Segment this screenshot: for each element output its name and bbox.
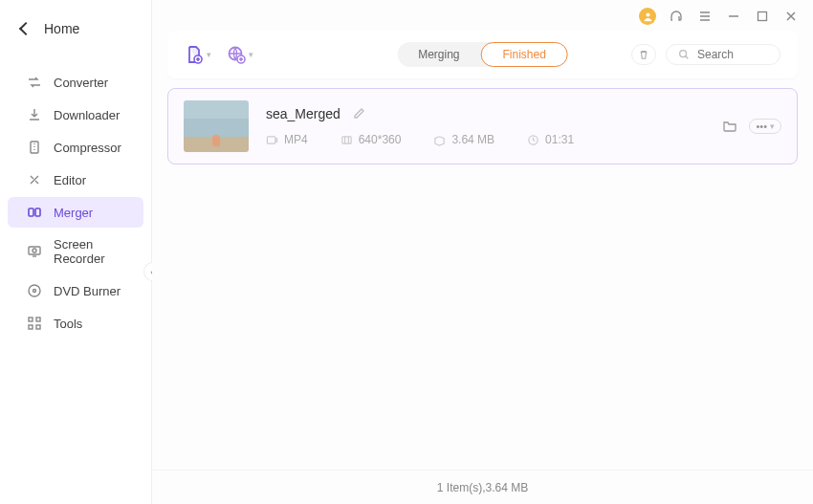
- rename-icon[interactable]: [352, 107, 365, 121]
- menu-icon[interactable]: [696, 8, 714, 25]
- footer-summary: 1 Item(s),3.64 MB: [437, 481, 528, 494]
- tools-icon: [27, 316, 42, 331]
- resolution-icon: [341, 134, 353, 146]
- editor-icon: [27, 172, 42, 187]
- svg-rect-9: [29, 325, 33, 329]
- tab-group: Merging Finished: [397, 42, 568, 67]
- ellipsis-icon: •••: [756, 121, 767, 132]
- merger-icon: [27, 205, 42, 220]
- compressor-icon: [27, 140, 42, 155]
- size-chip: 3.64 MB: [433, 133, 494, 146]
- sidebar-item-compressor[interactable]: Compressor: [8, 132, 143, 163]
- size-icon: [433, 134, 446, 146]
- add-file-button[interactable]: ▾: [185, 45, 211, 64]
- file-plus-icon: [185, 45, 204, 64]
- svg-rect-12: [758, 12, 767, 21]
- more-button[interactable]: ••• ▾: [749, 119, 781, 134]
- sidebar-item-downloader[interactable]: Downloader: [8, 99, 143, 130]
- format-icon: [266, 134, 278, 146]
- converter-icon: [27, 75, 42, 90]
- titlebar: [152, 0, 813, 27]
- sidebar-item-dvd-burner[interactable]: DVD Burner: [8, 275, 143, 306]
- svg-rect-18: [342, 136, 351, 142]
- trash-icon: [638, 49, 649, 60]
- open-folder-button[interactable]: [722, 119, 737, 134]
- svg-rect-17: [267, 136, 275, 142]
- svg-point-16: [680, 51, 687, 57]
- format-value: MP4: [284, 133, 308, 146]
- svg-rect-7: [29, 318, 33, 321]
- sidebar-header: Home: [0, 0, 151, 57]
- clock-icon: [527, 134, 539, 146]
- url-plus-icon: [227, 45, 246, 64]
- toolbar: ▾ ▾ Merging Finished: [167, 31, 798, 78]
- home-label[interactable]: Home: [44, 21, 79, 36]
- item-actions: ••• ▾: [722, 119, 781, 134]
- search-input[interactable]: [697, 48, 768, 61]
- chevron-down-icon: ▾: [770, 121, 775, 131]
- format-chip: MP4: [266, 133, 308, 146]
- svg-rect-2: [35, 208, 40, 216]
- info-row: MP4 640*360 3.64 MB 01:31: [266, 133, 705, 146]
- label: Merger: [54, 206, 93, 220]
- tab-merging[interactable]: Merging: [397, 42, 480, 67]
- sidebar-item-screen-recorder[interactable]: Screen Recorder: [8, 230, 143, 274]
- tab-finished[interactable]: Finished: [481, 42, 568, 67]
- label: Editor: [54, 173, 86, 187]
- support-icon[interactable]: [668, 8, 685, 25]
- minimize-icon[interactable]: [725, 8, 742, 25]
- chevron-down-icon: ▾: [249, 50, 253, 59]
- main-area: ▾ ▾ Merging Finished sea_Merged: [152, 0, 813, 504]
- trash-button[interactable]: [631, 44, 656, 65]
- avatar[interactable]: [639, 8, 656, 25]
- close-icon[interactable]: [782, 8, 800, 25]
- search-icon: [678, 49, 690, 60]
- svg-rect-1: [29, 208, 33, 216]
- add-url-button[interactable]: ▾: [227, 45, 253, 64]
- sidebar-item-merger[interactable]: Merger: [8, 197, 143, 228]
- item-meta: sea_Merged MP4 640*360 3.64 MB: [266, 106, 705, 146]
- duration-chip: 01:31: [527, 133, 574, 146]
- dvd-icon: [27, 283, 42, 298]
- finished-item-card[interactable]: sea_Merged MP4 640*360 3.64 MB: [167, 88, 798, 164]
- resolution-value: 640*360: [359, 133, 402, 146]
- svg-point-5: [29, 285, 40, 296]
- svg-rect-3: [29, 247, 40, 254]
- filename-row: sea_Merged: [266, 106, 705, 121]
- svg-point-4: [33, 249, 36, 252]
- label: Compressor: [54, 141, 121, 155]
- label: Tools: [54, 317, 82, 331]
- search-box[interactable]: [666, 44, 780, 65]
- resolution-chip: 640*360: [341, 133, 402, 146]
- label: DVD Burner: [54, 284, 121, 298]
- label: Screen Recorder: [54, 237, 134, 266]
- toolbar-right: [631, 44, 780, 65]
- folder-icon: [722, 119, 737, 134]
- sidebar-item-tools[interactable]: Tools: [8, 308, 143, 339]
- svg-rect-10: [36, 325, 40, 329]
- label: Converter: [54, 76, 108, 90]
- sidebar-item-editor[interactable]: Editor: [8, 164, 143, 195]
- sidebar-item-converter[interactable]: Converter: [8, 67, 143, 98]
- content: sea_Merged MP4 640*360 3.64 MB: [152, 78, 813, 470]
- duration-value: 01:31: [545, 133, 574, 146]
- sidebar-nav: Converter Downloader Compressor Editor M…: [0, 57, 151, 339]
- svg-rect-8: [36, 318, 40, 321]
- recorder-icon: [27, 244, 42, 259]
- chevron-down-icon: ▾: [207, 50, 211, 59]
- sidebar: Home Converter Downloader Compressor Edi…: [0, 0, 152, 504]
- svg-point-6: [33, 290, 36, 293]
- filename: sea_Merged: [266, 106, 341, 121]
- back-icon[interactable]: [19, 22, 33, 35]
- label: Downloader: [54, 108, 120, 122]
- downloader-icon: [27, 107, 42, 122]
- thumbnail: [184, 100, 249, 152]
- size-value: 3.64 MB: [451, 133, 494, 146]
- svg-point-11: [646, 12, 649, 16]
- maximize-icon[interactable]: [754, 8, 771, 25]
- status-footer: 1 Item(s),3.64 MB: [152, 470, 813, 504]
